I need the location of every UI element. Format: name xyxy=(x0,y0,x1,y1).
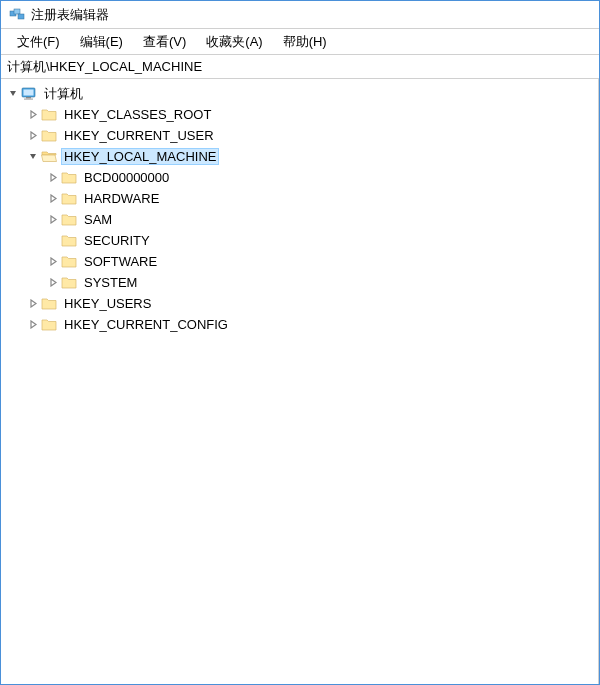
tree-node-hkcc[interactable]: HKEY_CURRENT_CONFIG xyxy=(1,314,598,335)
menu-view[interactable]: 查看(V) xyxy=(133,30,196,54)
folder-icon xyxy=(41,107,57,123)
folder-icon xyxy=(61,233,77,249)
tree-node-bcd[interactable]: BCD00000000 xyxy=(1,167,598,188)
tree-label: BCD00000000 xyxy=(81,169,172,186)
menu-favorites[interactable]: 收藏夹(A) xyxy=(196,30,272,54)
tree-label: HARDWARE xyxy=(81,190,162,207)
chevron-down-icon[interactable] xyxy=(5,86,21,102)
menu-help[interactable]: 帮助(H) xyxy=(273,30,337,54)
tree-label: HKEY_CURRENT_USER xyxy=(61,127,217,144)
folder-icon xyxy=(41,296,57,312)
chevron-right-icon[interactable] xyxy=(45,254,61,270)
folder-open-icon xyxy=(41,149,57,165)
chevron-right-icon[interactable] xyxy=(25,128,41,144)
folder-icon xyxy=(61,254,77,270)
chevron-right-icon[interactable] xyxy=(25,296,41,312)
folder-icon xyxy=(61,275,77,291)
tree-label: 计算机 xyxy=(41,84,86,104)
chevron-right-icon[interactable] xyxy=(45,170,61,186)
tree-node-software[interactable]: SOFTWARE xyxy=(1,251,598,272)
chevron-right-icon[interactable] xyxy=(45,275,61,291)
tree-node-system[interactable]: SYSTEM xyxy=(1,272,598,293)
chevron-right-icon[interactable] xyxy=(45,212,61,228)
chevron-right-icon[interactable] xyxy=(25,317,41,333)
chevron-down-icon[interactable] xyxy=(25,149,41,165)
menu-file[interactable]: 文件(F) xyxy=(7,30,70,54)
app-icon xyxy=(9,7,25,23)
tree-node-hardware[interactable]: HARDWARE xyxy=(1,188,598,209)
folder-icon xyxy=(61,212,77,228)
window-title: 注册表编辑器 xyxy=(31,6,109,24)
menu-edit[interactable]: 编辑(E) xyxy=(70,30,133,54)
address-path[interactable]: 计算机\HKEY_LOCAL_MACHINE xyxy=(7,58,593,76)
tree-label: SAM xyxy=(81,211,115,228)
folder-icon xyxy=(41,317,57,333)
address-bar[interactable]: 计算机\HKEY_LOCAL_MACHINE xyxy=(1,55,599,79)
folder-icon xyxy=(61,191,77,207)
content-area: 计算机 HKEY_CLASSES_ROOT xyxy=(1,79,599,684)
menu-bar: 文件(F) 编辑(E) 查看(V) 收藏夹(A) 帮助(H) xyxy=(1,29,599,55)
tree-label: HKEY_LOCAL_MACHINE xyxy=(61,148,219,165)
chevron-right-icon[interactable] xyxy=(25,107,41,123)
tree-pane[interactable]: 计算机 HKEY_CLASSES_ROOT xyxy=(1,79,599,684)
folder-icon xyxy=(41,128,57,144)
tree-label: HKEY_USERS xyxy=(61,295,154,312)
tree-node-hklm[interactable]: HKEY_LOCAL_MACHINE xyxy=(1,146,598,167)
folder-icon xyxy=(61,170,77,186)
tree-node-computer[interactable]: 计算机 xyxy=(1,83,598,104)
tree-label: SECURITY xyxy=(81,232,153,249)
tree-node-sam[interactable]: SAM xyxy=(1,209,598,230)
computer-icon xyxy=(21,86,37,102)
tree-label: SYSTEM xyxy=(81,274,140,291)
tree-node-hkcu[interactable]: HKEY_CURRENT_USER xyxy=(1,125,598,146)
tree-label: HKEY_CURRENT_CONFIG xyxy=(61,316,231,333)
chevron-right-icon[interactable] xyxy=(45,191,61,207)
tree-label: SOFTWARE xyxy=(81,253,160,270)
tree-node-hkcr[interactable]: HKEY_CLASSES_ROOT xyxy=(1,104,598,125)
tree-node-security[interactable]: SECURITY xyxy=(1,230,598,251)
tree-node-hku[interactable]: HKEY_USERS xyxy=(1,293,598,314)
tree-label: HKEY_CLASSES_ROOT xyxy=(61,106,214,123)
title-bar: 注册表编辑器 xyxy=(1,1,599,29)
